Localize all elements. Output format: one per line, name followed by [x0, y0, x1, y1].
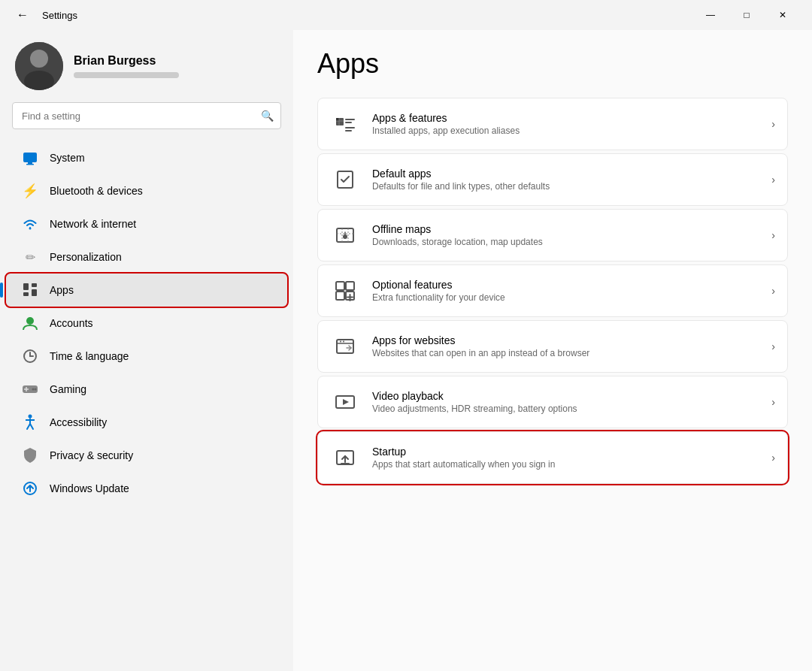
default-apps-title: Default apps	[372, 168, 765, 180]
apps-features-subtitle: Installed apps, app execution aliases	[372, 125, 765, 136]
sidebar-item-apps[interactable]: Apps	[6, 274, 287, 307]
video-playback-subtitle: Video adjustments, HDR streaming, batter…	[372, 404, 765, 414]
apps-websites-text: Apps for websites Websites that can open…	[372, 334, 765, 358]
sidebar: Brian Burgess 🔍 System	[0, 30, 293, 671]
svg-marker-45	[343, 399, 349, 405]
settings-card-optional-features[interactable]: Optional features Extra functionality fo…	[317, 264, 788, 317]
sidebar-item-bluetooth[interactable]: ⚡ Bluetooth & devices	[6, 174, 287, 207]
svg-rect-4	[28, 162, 32, 164]
gaming-icon	[21, 380, 39, 398]
startup-chevron: ›	[771, 452, 775, 464]
maximize-button[interactable]: □	[729, 3, 764, 27]
startup-icon	[330, 443, 360, 473]
close-button[interactable]: ✕	[765, 3, 800, 27]
video-playback-icon	[330, 387, 360, 417]
sidebar-label-accessibility: Accessibility	[50, 416, 107, 428]
user-bar-decoration	[74, 72, 179, 78]
startup-title: Startup	[372, 446, 765, 458]
svg-line-24	[30, 424, 33, 429]
svg-point-16	[32, 388, 35, 391]
sidebar-item-privacy[interactable]: Privacy & security	[6, 439, 287, 472]
offline-maps-title: Offline maps	[372, 223, 765, 235]
svg-rect-9	[23, 292, 29, 296]
back-button[interactable]: ←	[12, 5, 33, 26]
default-apps-icon	[330, 165, 360, 195]
system-icon	[21, 149, 39, 167]
svg-point-6	[29, 228, 32, 230]
search-box: 🔍	[12, 102, 281, 129]
apps-icon	[21, 281, 39, 299]
startup-subtitle: Apps that start automatically when you s…	[372, 459, 765, 470]
offline-maps-icon	[330, 220, 360, 250]
default-apps-text: Default apps Defaults for file and link …	[372, 168, 765, 192]
content-area: Apps Apps & features Installed apps, app…	[293, 30, 812, 671]
offline-maps-chevron: ›	[771, 229, 775, 241]
sidebar-item-windows-update[interactable]: Windows Update	[6, 472, 287, 505]
video-playback-chevron: ›	[771, 396, 775, 408]
apps-websites-title: Apps for websites	[372, 334, 765, 346]
optional-features-subtitle: Extra functionality for your device	[372, 292, 765, 303]
user-profile: Brian Burgess	[0, 30, 293, 102]
settings-card-startup[interactable]: Startup Apps that start automatically wh…	[317, 431, 788, 484]
sidebar-item-personalization[interactable]: ✏ Personalization	[6, 240, 287, 274]
svg-rect-39	[336, 292, 344, 300]
apps-features-icon	[330, 109, 360, 139]
sidebar-item-accessibility[interactable]: Accessibility	[6, 406, 287, 439]
sidebar-item-gaming[interactable]: Gaming	[6, 373, 287, 406]
svg-rect-27	[336, 118, 339, 121]
settings-card-apps-features[interactable]: Apps & features Installed apps, app exec…	[317, 98, 788, 150]
page-title: Apps	[317, 48, 788, 80]
settings-card-offline-maps[interactable]: Offline maps Downloads, storage location…	[317, 209, 788, 261]
svg-line-23	[27, 424, 30, 429]
startup-text: Startup Apps that start automatically wh…	[372, 446, 765, 470]
optional-features-text: Optional features Extra functionality fo…	[372, 279, 765, 303]
personalization-icon: ✏	[21, 248, 39, 266]
minimize-button[interactable]: —	[693, 3, 728, 27]
avatar	[15, 42, 63, 90]
apps-websites-icon	[330, 331, 360, 361]
default-apps-subtitle: Defaults for file and link types, other …	[372, 181, 765, 192]
apps-features-title: Apps & features	[372, 112, 765, 124]
sidebar-label-accounts: Accounts	[50, 317, 93, 329]
privacy-icon	[21, 446, 39, 464]
accounts-icon	[21, 314, 39, 332]
offline-maps-text: Offline maps Downloads, storage location…	[372, 223, 765, 247]
video-playback-title: Video playback	[372, 390, 765, 402]
svg-rect-43	[337, 340, 353, 353]
sidebar-label-personalization: Personalization	[50, 251, 122, 263]
settings-card-apps-websites[interactable]: Apps for websites Websites that can open…	[317, 320, 788, 373]
window-controls: — □ ✕	[693, 3, 800, 27]
svg-rect-7	[23, 283, 29, 290]
search-input[interactable]	[12, 102, 281, 129]
sidebar-item-accounts[interactable]: Accounts	[6, 307, 287, 340]
sidebar-label-privacy: Privacy & security	[50, 449, 133, 461]
svg-point-20	[29, 415, 32, 419]
title-bar: ← Settings — □ ✕	[0, 0, 812, 30]
app-body: Brian Burgess 🔍 System	[0, 30, 812, 671]
sidebar-label-windows-update: Windows Update	[50, 482, 129, 494]
sidebar-label-apps: Apps	[50, 284, 74, 296]
svg-point-11	[26, 317, 34, 325]
svg-point-36	[343, 234, 347, 239]
svg-point-17	[35, 388, 37, 391]
svg-rect-37	[336, 282, 344, 290]
svg-rect-8	[32, 283, 37, 287]
user-name: Brian Burgess	[74, 54, 179, 68]
default-apps-chevron: ›	[771, 174, 775, 186]
sidebar-label-gaming: Gaming	[50, 383, 86, 395]
network-icon	[21, 215, 39, 233]
svg-point-1	[30, 50, 48, 68]
time-icon	[21, 347, 39, 365]
settings-card-video-playback[interactable]: Video playback Video adjustments, HDR st…	[317, 376, 788, 428]
settings-card-default-apps[interactable]: Default apps Defaults for file and link …	[317, 153, 788, 206]
sidebar-item-system[interactable]: System	[6, 141, 287, 174]
windows-update-icon	[21, 479, 39, 497]
sidebar-item-network[interactable]: Network & internet	[6, 207, 287, 240]
sidebar-label-bluetooth: Bluetooth & devices	[50, 185, 143, 197]
optional-features-chevron: ›	[771, 285, 775, 297]
sidebar-label-network: Network & internet	[50, 218, 136, 230]
sidebar-item-time[interactable]: Time & language	[6, 340, 287, 373]
svg-rect-3	[23, 153, 37, 162]
user-info: Brian Burgess	[74, 54, 179, 78]
apps-websites-subtitle: Websites that can open in an app instead…	[372, 348, 765, 358]
